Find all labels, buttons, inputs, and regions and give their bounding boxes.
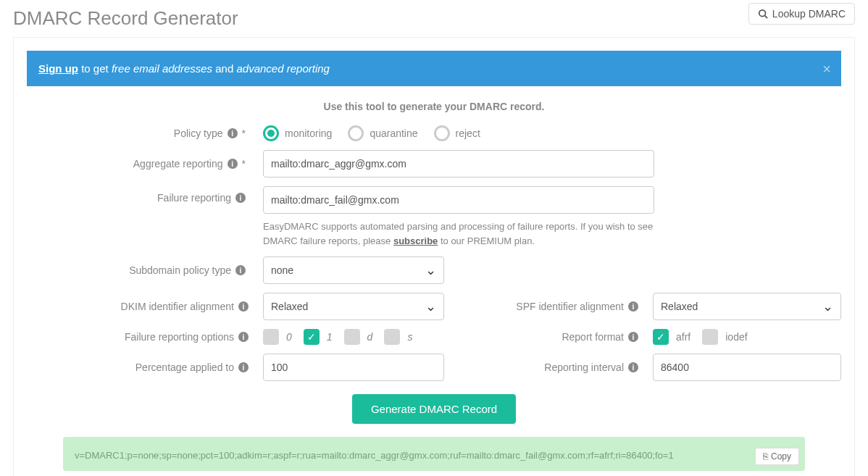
percentage-label: Percentage applied to <box>135 362 234 373</box>
subdomain-policy-select[interactable]: none ⌄ <box>263 256 444 284</box>
info-icon[interactable]: i <box>238 362 249 372</box>
copy-button[interactable]: ⎘ Copy <box>755 448 799 465</box>
main-panel: Sign up to get free email addresses and … <box>13 37 855 476</box>
info-icon[interactable]: i <box>628 301 638 312</box>
percentage-input[interactable] <box>263 354 444 381</box>
subdomain-policy-label: Subdomain policy type <box>129 264 231 276</box>
policy-quarantine-radio[interactable]: quarantine <box>348 125 417 141</box>
dkim-alignment-label: DKIM identifier alignment <box>121 301 234 312</box>
failure-help-text: EasyDMARC supports automated parsing and… <box>263 220 654 248</box>
chevron-down-icon: ⌄ <box>425 298 436 314</box>
signup-alert: Sign up to get free email addresses and … <box>27 51 841 86</box>
info-icon[interactable]: i <box>238 301 249 312</box>
failure-opt-0-checkbox[interactable] <box>263 329 279 345</box>
policy-type-label: Policy type <box>174 128 223 139</box>
info-icon[interactable]: i <box>235 193 246 203</box>
lookup-dmarc-button[interactable]: Lookup DMARC <box>748 3 855 25</box>
close-icon[interactable]: × <box>822 61 831 78</box>
reporting-interval-label: Reporting interval <box>544 362 624 373</box>
info-icon[interactable]: i <box>228 159 238 169</box>
svg-point-0 <box>759 10 766 17</box>
svg-line-1 <box>764 16 767 19</box>
dkim-alignment-select[interactable]: Relaxed ⌄ <box>263 293 444 320</box>
subscribe-link[interactable]: subscribe <box>393 235 438 246</box>
report-format-iodef-checkbox[interactable] <box>702 329 718 345</box>
result-text: v=DMARC1;p=none;sp=none;pct=100;adkim=r;… <box>75 450 674 461</box>
signup-link[interactable]: Sign up <box>38 62 78 75</box>
failure-opt-s-checkbox[interactable] <box>384 329 400 345</box>
aggregate-reporting-input[interactable] <box>263 150 654 178</box>
info-icon[interactable]: i <box>628 332 638 342</box>
info-icon[interactable]: i <box>228 128 238 138</box>
info-icon[interactable]: i <box>235 265 246 275</box>
page-title: DMARC Record Generator <box>13 7 238 30</box>
reporting-interval-input[interactable] <box>653 354 841 381</box>
copy-icon: ⎘ <box>763 451 768 462</box>
chevron-down-icon: ⌄ <box>822 298 833 314</box>
spf-alignment-label: SPF identifier alignment <box>516 301 624 312</box>
info-icon[interactable]: i <box>238 332 249 342</box>
aggregate-reporting-label: Aggregate reporting <box>133 158 223 170</box>
search-icon <box>758 9 768 19</box>
failure-options-label: Failure reporting options <box>125 331 234 343</box>
failure-reporting-label: Failure reporting <box>157 192 231 204</box>
report-format-label: Report format <box>562 331 624 343</box>
report-format-afrf-checkbox[interactable]: ✓ <box>653 329 669 345</box>
spf-alignment-select[interactable]: Relaxed ⌄ <box>653 293 841 320</box>
policy-monitoring-radio[interactable]: monitoring <box>263 125 332 141</box>
failure-opt-1-checkbox[interactable]: ✓ <box>304 329 320 345</box>
lookup-dmarc-label: Lookup DMARC <box>772 8 846 20</box>
policy-reject-radio[interactable]: reject <box>434 125 480 141</box>
intro-text: Use this tool to generate your DMARC rec… <box>27 101 841 112</box>
info-icon[interactable]: i <box>628 362 638 372</box>
failure-reporting-input[interactable] <box>263 186 654 214</box>
chevron-down-icon: ⌄ <box>425 262 436 278</box>
result-output: v=DMARC1;p=none;sp=none;pct=100;adkim=r;… <box>63 437 805 471</box>
generate-button[interactable]: Generate DMARC Record <box>352 394 516 424</box>
failure-opt-d-checkbox[interactable] <box>344 329 360 345</box>
